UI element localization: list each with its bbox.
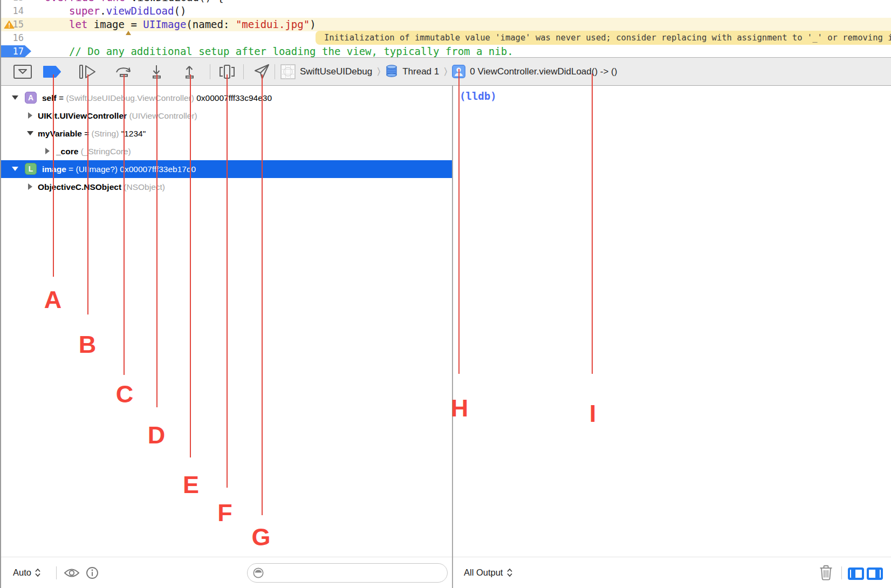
variable-type: (NSObject)	[121, 182, 165, 192]
code-line-15-warning-row: 15 let image = UIImage(named: "meidui.jp…	[0, 18, 891, 31]
code-line-13: 13 override func viewDidLoad() {	[0, 0, 891, 4]
variable-name: _core	[56, 147, 78, 156]
filter-icon	[252, 567, 264, 579]
variable-type: (UIImage?)	[76, 165, 120, 174]
app-icon	[280, 64, 296, 79]
source-editor[interactable]: 13 override func viewDidLoad() { 14 supe…	[0, 0, 891, 57]
code-token: override func	[45, 0, 131, 3]
line-number-13: 13	[0, 0, 24, 4]
annotation-line-g	[262, 74, 263, 515]
variables-panel-toggle[interactable]	[848, 568, 864, 580]
annotation-letter-f: F	[217, 501, 232, 525]
quick-look-button[interactable]	[63, 557, 80, 588]
output-filter-label: All Output	[464, 568, 503, 578]
inline-warning-banner[interactable]: Initialization of immutable value 'image…	[316, 31, 891, 45]
variable-row-core[interactable]: _core (_StringCore)	[0, 142, 452, 160]
line-number-16: 16	[0, 31, 24, 45]
disclosure-triangle[interactable]	[27, 131, 33, 135]
annotation-line-h	[458, 69, 460, 374]
chevron-right-icon: 〉	[444, 66, 447, 77]
variable-name: UIKit.UIViewController	[38, 111, 127, 120]
variable-row-myvariable[interactable]: myVariable = (String) "1234"	[0, 125, 452, 142]
line-number-14: 14	[0, 4, 24, 18]
annotation-letter-g: G	[251, 525, 270, 549]
code-token: )	[310, 18, 316, 30]
toolbar-separator	[56, 566, 57, 579]
code-line-17: // Do any additional setup after loading…	[0, 45, 891, 57]
trash-icon	[819, 564, 833, 581]
variable-name: myVariable	[38, 129, 82, 138]
annotation-line-e	[190, 74, 191, 457]
variable-row-self[interactable]: A self = (SwiftUseUIDebug.ViewController…	[0, 89, 452, 107]
variable-type: (UIViewController)	[127, 111, 197, 120]
console-view[interactable]: (lldb)	[453, 86, 891, 557]
thread-icon	[385, 64, 398, 79]
variable-type: (String)	[92, 129, 121, 138]
annotation-letter-d: D	[148, 423, 166, 447]
filter-input[interactable]	[269, 565, 447, 581]
variable-row-image-selected[interactable]: L image = (UIImage?) 0x00007fff33eb17d0	[0, 160, 452, 178]
annotation-line-i	[592, 73, 593, 374]
annotation-letter-e: E	[183, 473, 199, 497]
annotation-letter-c: C	[116, 382, 134, 406]
code-token: ()	[174, 5, 187, 17]
scope-popup-button[interactable]: Auto	[13, 557, 41, 588]
disclosure-triangle[interactable]	[12, 167, 18, 171]
console-panel-toggle[interactable]	[867, 568, 883, 580]
code-token: viewDidLoad() {	[131, 0, 224, 3]
annotation-line-f	[227, 74, 228, 488]
breadcrumb-thread[interactable]: Thread 1	[402, 66, 439, 77]
annotation-letter-a: A	[44, 288, 62, 312]
breadcrumb-project[interactable]: SwiftUseUIDebug	[300, 66, 372, 77]
debug-toolbar: SwiftUseUIDebug 〉 Thread 1 〉 0 View	[0, 57, 891, 86]
variable-row-nsobject[interactable]: ObjectiveC.NSObject (NSObject)	[0, 178, 452, 196]
annotation-line-a	[53, 74, 54, 277]
scope-label: Auto	[13, 568, 31, 578]
annotation-letter-h: H	[451, 396, 469, 420]
variable-name: self	[42, 93, 57, 102]
variable-type: (SwiftUseUIDebug.ViewController)	[66, 93, 196, 102]
code-token: UIImage	[143, 18, 186, 30]
hide-debug-area-button[interactable]	[13, 61, 32, 82]
code-token: super	[69, 5, 100, 17]
left-panel-glyph	[851, 570, 855, 578]
debug-area-split-handle[interactable]	[452, 86, 453, 588]
variables-filter-field[interactable]	[247, 563, 448, 583]
breadcrumb-frame[interactable]: 0 ViewController.viewDidLoad() -> ()	[470, 66, 617, 77]
annotation-line-b	[87, 74, 88, 314]
breakpoints-button[interactable]	[43, 61, 62, 82]
warning-caret-icon	[126, 31, 131, 35]
eye-icon	[63, 567, 80, 579]
annotation-letter-i: I	[590, 401, 597, 426]
annotation-line-d	[156, 74, 157, 407]
variable-name: ObjectiveC.NSObject	[38, 182, 121, 192]
clear-console-button[interactable]	[819, 557, 833, 588]
console-toolbar: All Output	[453, 557, 891, 588]
breakpoints-icon	[43, 65, 62, 79]
xcode-debug-area: 13 override func viewDidLoad() { 14 supe…	[0, 0, 891, 588]
console-output-popup-button[interactable]: All Output	[464, 557, 513, 588]
hide-debug-area-icon	[13, 64, 32, 80]
disclosure-triangle[interactable]	[12, 95, 18, 100]
annotation-line-c	[124, 74, 125, 375]
variable-row-uiviewcontroller[interactable]: UIKit.UIViewController (UIViewController…	[0, 107, 452, 125]
variable-name: image	[42, 165, 66, 174]
info-button[interactable]	[85, 557, 99, 588]
equals: =	[66, 165, 76, 174]
disclosure-triangle[interactable]	[45, 148, 50, 154]
argument-badge: A	[25, 92, 37, 104]
disclosure-triangle[interactable]	[28, 112, 32, 119]
debug-bar-breadcrumb: SwiftUseUIDebug 〉 Thread 1 〉 0 View	[280, 58, 617, 85]
equals: =	[57, 93, 66, 102]
right-panel-glyph	[875, 570, 880, 578]
toolbar-separator	[210, 64, 210, 79]
toolbar-separator	[243, 64, 244, 79]
variables-view: A self = (SwiftUseUIDebug.ViewController…	[0, 86, 452, 560]
disclosure-triangle[interactable]	[28, 183, 32, 190]
code-token: (named:	[186, 18, 236, 30]
breakpoint-marker[interactable]: 17	[0, 45, 31, 57]
toolbar-separator	[275, 64, 275, 79]
variable-value: 0x00007fff33eb17d0	[120, 165, 196, 174]
line-number-17: 17	[0, 45, 24, 57]
code-token: let	[69, 18, 87, 30]
